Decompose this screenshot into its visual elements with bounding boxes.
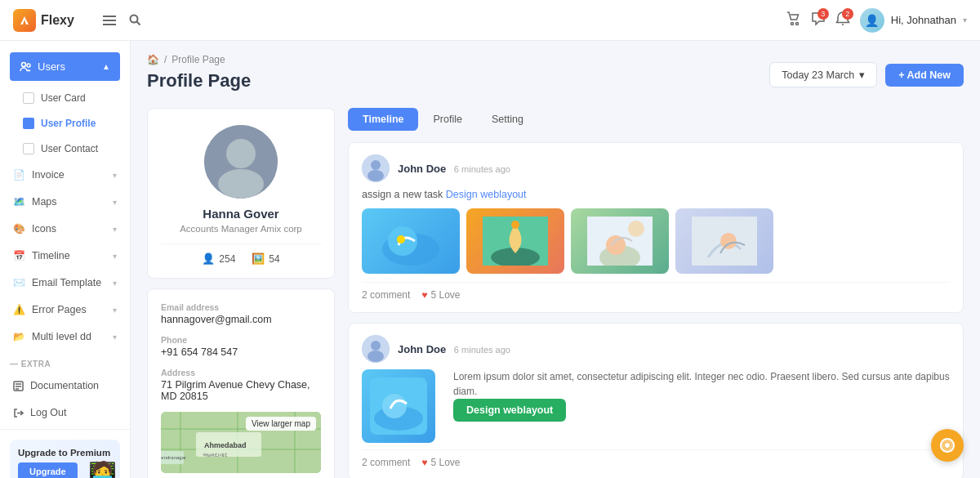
sidebar-item-multi-level-dd[interactable]: 📂 Multi level dd ▾	[3, 324, 127, 350]
post-2-author: John Doe	[398, 343, 446, 355]
nav-item-label-5: Error Pages	[32, 304, 87, 315]
cart-icon-wrapper[interactable]	[786, 11, 801, 29]
post-2-body: Lorem ipsum dolor sit amet, consectetur …	[362, 369, 950, 443]
sidebar-item-error-pages[interactable]: ⚠️ Error Pages ▾	[3, 297, 127, 323]
address-label: Address	[161, 368, 321, 377]
svg-marker-0	[20, 16, 29, 25]
view-larger-map-button[interactable]: View larger map	[246, 417, 316, 431]
sidebar-item-timeline[interactable]: 📅 Timeline ▾	[3, 243, 127, 269]
post-1-image-1	[362, 208, 460, 274]
settings-fab-button[interactable]	[931, 429, 964, 462]
chevron-icon: ▾	[113, 279, 117, 288]
tab-setting[interactable]: Setting	[477, 108, 538, 131]
profile-right-panel: Timeline Profile Setting John Doe 6	[348, 108, 964, 478]
sidebar-item-invoice[interactable]: 📄 Invoice ▾	[3, 162, 127, 188]
svg-line-5	[136, 22, 140, 25]
timeline-post-1: John Doe 6 minutes ago assign a new task…	[348, 142, 964, 313]
svg-rect-2	[103, 20, 116, 21]
sidebar-item-user-profile[interactable]: User Profile	[7, 111, 123, 136]
user-contact-icon	[23, 143, 34, 154]
svg-point-53	[382, 394, 407, 418]
post-1-meta: John Doe 6 minutes ago	[398, 163, 950, 175]
sidebar-item-documentation[interactable]: Documentation	[3, 373, 127, 399]
top-icons	[99, 10, 145, 31]
search-button[interactable]	[125, 10, 145, 30]
following-icon: 🖼️	[252, 252, 265, 265]
nav-item-label-6: Multi level dd	[32, 331, 91, 342]
notification-badge: 2	[842, 8, 853, 20]
phone-value: +91 654 784 547	[161, 346, 321, 358]
profile-info-card: Email address hannagover@gmail.com Phone…	[147, 288, 335, 478]
post-1-image-3	[571, 208, 669, 274]
sidebar-item-maps[interactable]: 🗺️ Maps ▾	[3, 189, 127, 215]
user-avatar: 👤	[860, 8, 884, 33]
profile-name: Hanna Gover	[161, 207, 321, 221]
heart-icon: ♥	[421, 289, 427, 301]
post-1-image-4	[675, 208, 773, 274]
svg-point-43	[628, 221, 644, 237]
address-value: 71 Pilgrim Avenue Chevy Chase, MD 20815	[161, 379, 321, 402]
svg-point-4	[130, 16, 137, 23]
date-filter-button[interactable]: Today 23 March ▾	[769, 62, 877, 87]
post-1-header: John Doe 6 minutes ago	[362, 154, 950, 182]
post-2-love[interactable]: ♥ 5 Love	[421, 457, 460, 468]
chat-icon-wrapper[interactable]: 3	[811, 11, 826, 29]
svg-point-49	[371, 341, 381, 351]
profile-grid: Hanna Gover Accounts Manager Amix corp 👤…	[147, 108, 964, 478]
sidebar-users-label: Users	[38, 60, 65, 73]
svg-point-35	[368, 170, 384, 181]
tab-profile[interactable]: Profile	[418, 108, 476, 131]
post-1-love[interactable]: ♥ 5 Love	[421, 289, 460, 301]
post-2-meta: John Doe 6 minutes ago	[398, 343, 950, 355]
svg-point-34	[371, 160, 381, 170]
profile-left-panel: Hanna Gover Accounts Manager Amix corp 👤…	[147, 108, 335, 478]
sidebar-extra-label: — EXTRA	[0, 353, 130, 372]
sidebar-item-user-contact[interactable]: User Contact	[7, 136, 123, 161]
post-1-text: assign a new task Design weblayout	[362, 189, 950, 200]
heart-icon-2: ♥	[421, 457, 427, 468]
upgrade-button[interactable]: Upgrade	[18, 462, 78, 478]
followers-count: 254	[219, 253, 235, 265]
logo-icon	[13, 9, 36, 32]
post-1-link[interactable]: Design weblayout	[446, 189, 527, 200]
post-1-actions: 2 comment ♥ 5 Love	[362, 282, 950, 301]
email-label: Email address	[161, 302, 321, 312]
nav-item-icon-1: 🗺️	[13, 196, 25, 208]
sidebar-item-email-template[interactable]: ✉️ Email Template ▾	[3, 270, 127, 296]
svg-point-47	[720, 233, 737, 249]
post-2-comment[interactable]: 2 comment	[362, 457, 410, 468]
sidebar-item-logout[interactable]: Log Out	[3, 400, 127, 426]
breadcrumb: 🏠 / Profile Page	[147, 54, 251, 65]
post-1-avatar	[362, 154, 390, 182]
post-2-header: John Doe 6 minutes ago	[362, 335, 950, 363]
notification-icon-wrapper[interactable]: 2	[835, 11, 850, 29]
add-new-button[interactable]: + Add New	[885, 64, 964, 87]
post-2-avatar	[362, 335, 390, 363]
tab-timeline[interactable]: Timeline	[348, 108, 418, 131]
sidebar-item-icons[interactable]: 🎨 Icons ▾	[3, 216, 127, 242]
user-info[interactable]: 👤 Hi, Johnathan ▾	[860, 8, 967, 33]
svg-point-50	[368, 351, 384, 362]
profile-stats: 👤 254 🖼️ 54	[161, 243, 321, 265]
chevron-icon: ▾	[113, 306, 117, 315]
post-1-images	[362, 208, 950, 274]
sidebar-item-user-card[interactable]: User Card	[7, 86, 123, 110]
nav-item-icon-0: 📄	[13, 169, 25, 181]
menu-toggle-button[interactable]	[99, 10, 120, 31]
svg-point-18	[218, 169, 264, 199]
home-icon: 🏠	[147, 54, 159, 65]
design-weblayout-button[interactable]: Design weblayout	[453, 399, 566, 422]
sidebar-users-group[interactable]: Users ▲	[10, 52, 120, 81]
chevron-icon: ▾	[113, 333, 117, 342]
profile-role: Accounts Manager Amix corp	[161, 224, 321, 234]
post-1-comment[interactable]: 2 comment	[362, 289, 410, 301]
stat-following: 🖼️ 54	[252, 252, 279, 265]
svg-point-41	[511, 221, 519, 229]
user-card-icon	[23, 92, 34, 104]
nav-item-label-4: Email Template	[32, 277, 101, 288]
user-profile-icon	[23, 118, 34, 129]
sidebar: Users ▲ User Card User Profile User Cont…	[0, 41, 131, 478]
nav-item-icon-3: 📅	[13, 250, 25, 261]
post-1-time: 6 minutes ago	[454, 164, 510, 174]
svg-rect-3	[103, 24, 116, 25]
